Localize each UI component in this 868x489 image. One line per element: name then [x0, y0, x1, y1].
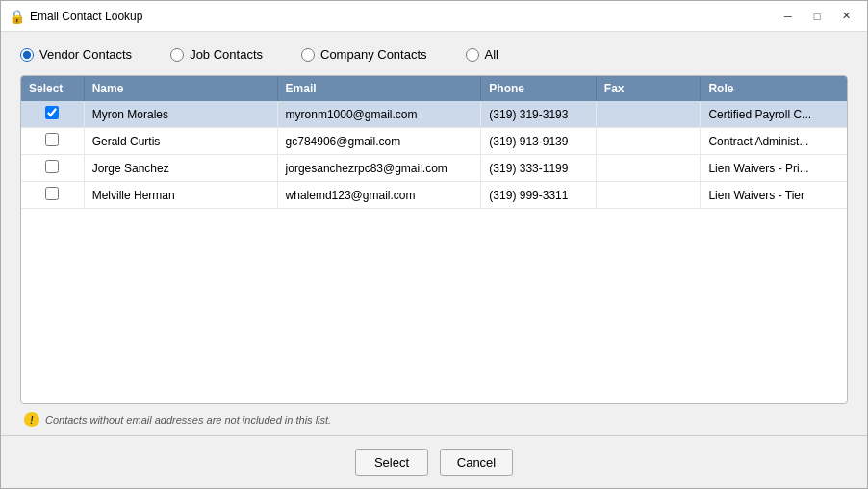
radio-group: Vendor Contacts Job Contacts Company Con… — [20, 47, 848, 62]
row-fax — [596, 128, 701, 155]
table-header-row: Select Name Email Phone Fax Role — [21, 76, 847, 101]
radio-company-input[interactable] — [301, 48, 315, 62]
radio-job-label: Job Contacts — [190, 47, 263, 62]
row-checkbox-cell — [21, 182, 84, 209]
row-checkbox-cell — [21, 128, 84, 155]
footer: Select Cancel — [1, 436, 867, 488]
row-email: whalemd123@gmail.com — [277, 182, 481, 209]
radio-all-input[interactable] — [466, 48, 479, 62]
row-name: Jorge Sanchez — [84, 155, 277, 182]
row-role: Lien Waivers - Pri... — [701, 155, 847, 182]
content-area: Vendor Contacts Job Contacts Company Con… — [1, 32, 867, 435]
col-header-email: Email — [277, 76, 481, 101]
row-fax — [596, 155, 701, 182]
row-checkbox-cell — [21, 155, 84, 182]
main-window: 🔒 Email Contact Lookup ─ □ ✕ Vendor Cont… — [0, 0, 868, 489]
row-phone: (319) 319-3193 — [481, 101, 596, 128]
notice-icon: ! — [24, 412, 39, 427]
contacts-table: Select Name Email Phone Fax Role Myron M… — [21, 76, 847, 209]
maximize-button[interactable]: □ — [804, 6, 830, 27]
row-phone: (319) 913-9139 — [481, 128, 596, 155]
row-checkbox[interactable] — [45, 187, 59, 200]
row-checkbox[interactable] — [45, 133, 59, 146]
row-checkbox[interactable] — [45, 106, 59, 119]
row-phone: (319) 999-3311 — [481, 182, 596, 209]
radio-company-label: Company Contacts — [320, 47, 427, 62]
window-icon: 🔒 — [9, 9, 24, 24]
radio-all-label: All — [485, 47, 498, 62]
row-role: Certified Payroll C... — [701, 101, 847, 128]
col-header-fax: Fax — [596, 76, 701, 101]
radio-vendor-label: Vendor Contacts — [39, 47, 132, 62]
cancel-button[interactable]: Cancel — [440, 449, 513, 476]
radio-vendor-input[interactable] — [20, 48, 34, 62]
row-role: Lien Waivers - Tier — [701, 182, 847, 209]
contacts-table-container: Select Name Email Phone Fax Role Myron M… — [20, 75, 848, 404]
row-email: gc784906@gmail.com — [277, 128, 481, 155]
title-bar: 🔒 Email Contact Lookup ─ □ ✕ — [1, 1, 867, 32]
col-header-name: Name — [84, 76, 277, 101]
row-name: Myron Morales — [84, 101, 277, 128]
table-row: Melville Hermanwhalemd123@gmail.com(319)… — [21, 182, 847, 209]
row-phone: (319) 333-1199 — [481, 155, 596, 182]
window-controls: ─ □ ✕ — [775, 6, 859, 27]
window-title: Email Contact Lookup — [30, 10, 775, 23]
col-header-phone: Phone — [481, 76, 596, 101]
radio-job-contacts[interactable]: Job Contacts — [170, 47, 263, 62]
minimize-button[interactable]: ─ — [775, 6, 802, 27]
notice-bar: ! Contacts without email addresses are n… — [20, 404, 848, 435]
row-name: Gerald Curtis — [84, 128, 277, 155]
radio-job-input[interactable] — [170, 48, 184, 62]
table-row: Myron Moralesmyronm1000@gmail.com(319) 3… — [21, 101, 847, 128]
radio-all-contacts[interactable]: All — [466, 47, 498, 62]
row-email: myronm1000@gmail.com — [277, 101, 481, 128]
row-checkbox-cell — [21, 101, 84, 128]
table-row: Jorge Sanchezjorgesanchezrpc83@gmail.com… — [21, 155, 847, 182]
col-header-role: Role — [701, 76, 847, 101]
close-button[interactable]: ✕ — [832, 6, 859, 27]
radio-company-contacts[interactable]: Company Contacts — [301, 47, 427, 62]
table-row: Gerald Curtisgc784906@gmail.com(319) 913… — [21, 128, 847, 155]
row-name: Melville Herman — [84, 182, 277, 209]
notice-text: Contacts without email addresses are not… — [45, 414, 331, 425]
row-fax — [596, 101, 701, 128]
row-checkbox[interactable] — [45, 160, 59, 173]
row-fax — [596, 182, 701, 209]
col-header-select: Select — [21, 76, 84, 101]
row-email: jorgesanchezrpc83@gmail.com — [277, 155, 481, 182]
select-button[interactable]: Select — [355, 449, 428, 476]
radio-vendor-contacts[interactable]: Vendor Contacts — [20, 47, 132, 62]
row-role: Contract Administ... — [701, 128, 847, 155]
